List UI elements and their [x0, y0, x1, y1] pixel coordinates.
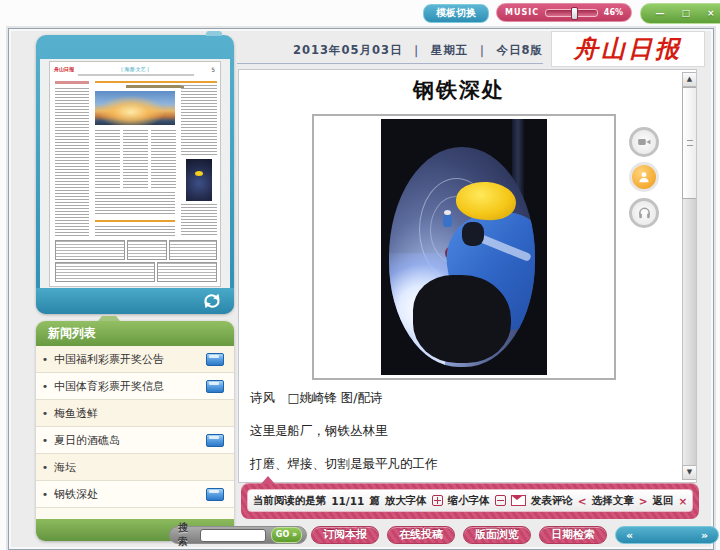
news-list-item[interactable]: • 海坛 [36, 454, 234, 481]
news-item-label: 梅鱼透鲜 [54, 406, 234, 421]
thumb-ads-area [55, 240, 217, 284]
separator: ｜ [402, 43, 430, 57]
pager-next-button[interactable]: » [701, 530, 708, 541]
bullet-icon: • [36, 488, 54, 501]
news-item-label: 海坛 [54, 460, 234, 475]
music-track[interactable] [545, 9, 598, 17]
content-scrollbar[interactable]: ▲ ▼ [682, 72, 697, 480]
news-list-item[interactable]: • 梅鱼透鲜 [36, 400, 234, 427]
news-list-item[interactable]: • 中国体育彩票开奖信息 [36, 373, 234, 400]
thumbnail-backdrop: 舟山日报 | 海潮·文艺 | 5 [40, 59, 230, 288]
thumb-ad-box [169, 240, 217, 260]
comment-button[interactable]: 发表评论 [531, 494, 573, 508]
page-thumbnail-panel: 舟山日报 | 海潮·文艺 | 5 [36, 35, 234, 314]
font-shrink-button[interactable]: 缩小字体 [448, 494, 490, 508]
page-date: 2013年05月03日｜星期五｜今日8版 [209, 39, 543, 61]
thumb-ad-box [55, 262, 155, 282]
author-button[interactable] [629, 162, 659, 192]
thumb-section-rule [95, 220, 175, 222]
reading-status-prefix: 当前阅读的是第 [253, 494, 327, 508]
weekday-text: 星期五 [431, 43, 469, 57]
thumb-headline [55, 81, 89, 84]
date-text: 2013年05月03日 [293, 43, 403, 57]
online-submit-button[interactable]: 在线投稿 [387, 526, 455, 544]
select-article-button[interactable]: 选择文章 [592, 494, 634, 508]
thumb-text-column [95, 130, 120, 188]
video-button[interactable] [629, 127, 659, 157]
thumb-welder-photo [186, 159, 212, 201]
page-pager: « » [615, 526, 719, 544]
newspaper-logo: 舟山日报 [551, 31, 705, 67]
panel-tab [206, 31, 222, 36]
photo-welding-mask [462, 222, 484, 246]
media-monitor-icon[interactable] [206, 353, 224, 366]
thumb-section-rule [95, 81, 217, 83]
news-item-label: 钢铁深处 [54, 487, 206, 502]
template-switch-button[interactable]: 模板切换 [423, 4, 489, 23]
envelope-icon[interactable] [511, 495, 526, 506]
article-byline: 诗风 □姚崎锋 图/配诗 [250, 390, 383, 407]
font-enlarge-button[interactable]: 放大字体 [385, 494, 427, 508]
thumb-headline [126, 85, 184, 88]
media-monitor-icon[interactable] [206, 380, 224, 393]
date-search-button[interactable]: 日期检索 [539, 526, 607, 544]
plus-box-icon[interactable] [432, 495, 443, 506]
thumb-text-column [181, 204, 217, 236]
music-thumb[interactable] [571, 7, 578, 20]
news-list-item[interactable]: • 夏日的酒礁岛 [36, 427, 234, 454]
prev-article-button[interactable]: < [578, 495, 587, 507]
minimize-button[interactable]: — [655, 9, 664, 18]
thumb-ad-box [55, 240, 125, 260]
search-label: 搜索 [178, 521, 195, 549]
media-monitor-icon[interactable] [206, 434, 224, 447]
article-line: 打磨、焊接、切割是最平凡的工作 [250, 456, 438, 473]
bullet-icon: • [36, 353, 54, 366]
layout-browse-button[interactable]: 版面浏览 [463, 526, 531, 544]
scrollbar-up-button[interactable]: ▲ [682, 72, 697, 87]
search-bar: 搜索 GO » [169, 526, 307, 544]
close-article-icon[interactable]: × [678, 495, 687, 507]
media-monitor-icon[interactable] [206, 488, 224, 501]
video-camera-icon [636, 135, 652, 149]
thumb-text-column [123, 130, 148, 188]
article-image-frame [312, 114, 616, 380]
minus-box-icon[interactable] [495, 495, 506, 506]
bullet-icon: • [36, 407, 54, 420]
scrollbar-thumb[interactable] [682, 87, 697, 199]
pager-prev-button[interactable]: « [626, 530, 633, 541]
back-button[interactable]: 返回 [652, 494, 673, 508]
thumb-text-column [95, 192, 175, 214]
news-list-item[interactable]: • 钢铁深处 [36, 481, 234, 508]
news-item-label: 中国福利彩票开奖公告 [54, 352, 206, 367]
restore-button[interactable]: □ [681, 9, 690, 18]
close-button[interactable]: × [707, 9, 715, 18]
toolbar-pointer [261, 476, 275, 484]
search-go-button[interactable]: GO » [271, 527, 302, 543]
music-slider[interactable]: MUSIC 46% [496, 3, 632, 22]
page-thumbnail[interactable]: 舟山日报 | 海潮·文艺 | 5 [49, 61, 221, 287]
scrollbar-down-button[interactable]: ▼ [682, 465, 697, 480]
thumb-page-number: 5 [211, 66, 215, 73]
news-list-item[interactable]: • 中国福利彩票开奖公告 [36, 346, 234, 373]
photo-dark-silhouette [413, 275, 511, 363]
news-item-label: 中国体育彩票开奖信息 [54, 379, 206, 394]
refresh-icon[interactable] [202, 293, 222, 309]
news-list: • 中国福利彩票开奖公告 • 中国体育彩票开奖信息 • 梅鱼透鲜 • 夏日的酒礁… [36, 346, 234, 519]
separator: ｜ [468, 43, 496, 57]
top-bar: 模板切换 MUSIC 46% — □ × [0, 0, 720, 28]
article-line: 这里是船厂，钢铁丛林里 [250, 423, 388, 440]
news-list-title: 新闻列表 [36, 321, 234, 346]
thumb-ad-box [127, 240, 167, 260]
next-article-button[interactable]: > [639, 495, 648, 507]
news-item-label: 夏日的酒礁岛 [54, 433, 206, 448]
subscribe-button[interactable]: 订阅本报 [311, 526, 379, 544]
thumb-ad-box [157, 262, 217, 282]
person-icon [637, 170, 651, 184]
audio-button[interactable] [629, 198, 659, 228]
thumb-text-column [95, 226, 175, 236]
window-controls: — □ × [640, 3, 720, 24]
news-list-panel: 新闻列表 • 中国福利彩票开奖公告 • 中国体育彩票开奖信息 • 梅鱼透鲜 [36, 321, 234, 541]
bullet-icon: • [36, 461, 54, 474]
music-volume-label: 46% [604, 8, 623, 17]
search-input[interactable] [200, 529, 266, 542]
